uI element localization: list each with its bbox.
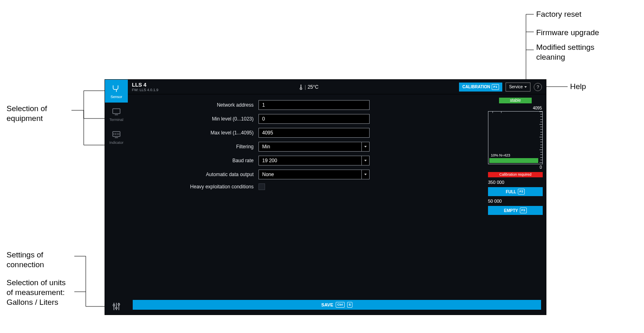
sidebar-item-label: Terminal — [109, 118, 123, 122]
sidebar-item-indicator[interactable]: Indicator — [105, 125, 128, 148]
label-max-level: Max level (1...4095) — [136, 130, 258, 136]
label-baud-rate: Baud rate — [136, 158, 258, 163]
annot-units: Selection of units of measurement: Gallo… — [7, 278, 72, 307]
chevron-down-icon — [364, 146, 367, 148]
input-min-level[interactable] — [258, 114, 370, 124]
checkbox-heavy-cond[interactable] — [258, 183, 265, 190]
help-icon: ? — [537, 85, 539, 89]
level-gauge: 10% N=423 — [488, 111, 543, 164]
label-heavy-cond: Heavy exploitation conditions — [136, 184, 258, 190]
gauge-min: 0 — [488, 165, 543, 170]
gauge-fill — [489, 158, 538, 163]
input-network-address[interactable] — [258, 100, 370, 110]
annot-firmware: Firmware upgrade — [536, 28, 599, 38]
svg-point-3 — [116, 307, 117, 309]
save-button[interactable]: SAVE CtrlS — [133, 300, 541, 310]
empty-button[interactable]: EMPTY F3 — [488, 206, 543, 215]
select-baud-rate[interactable] — [258, 156, 370, 165]
temperature-value: 25°C — [308, 84, 319, 90]
full-button[interactable]: FULL F2 — [488, 187, 543, 196]
label-auto-output: Automatic data output — [136, 172, 258, 177]
service-dropdown[interactable]: Service — [506, 83, 530, 92]
empty-value: 50 000 — [488, 199, 543, 203]
gauge-percent: 10% — [491, 153, 498, 157]
label-min-level: Min level (0...1023) — [136, 116, 258, 122]
full-value: 350 000 — [488, 180, 543, 185]
footer: SAVE CtrlS — [128, 296, 546, 315]
label-network-address: Network address — [136, 102, 258, 108]
sidebar-item-label: Sensor — [111, 95, 123, 99]
select-auto-output[interactable] — [258, 170, 370, 179]
svg-point-5 — [300, 87, 302, 89]
connector-service — [523, 12, 535, 86]
select-filtering[interactable] — [258, 142, 370, 152]
chevron-down-icon — [364, 160, 367, 161]
annot-factory-reset: Factory reset — [536, 9, 582, 19]
sensor-icon — [111, 84, 121, 94]
calibration-required-badge: Calibration required — [488, 172, 543, 177]
gauge-panel: stable 4095 10% N=423 0 Calibration req — [485, 94, 546, 296]
input-max-level[interactable] — [258, 128, 370, 138]
device-title: LLS 4 — [132, 82, 158, 88]
label-filtering: Filtering — [136, 144, 258, 150]
help-button[interactable]: ? — [534, 83, 542, 91]
header: LLS 4 FW: LLS 4.0.1.9 | 25°C CALIBRATION… — [128, 80, 546, 94]
sidebar-settings[interactable] — [105, 298, 128, 315]
sliders-icon — [111, 302, 121, 311]
annot-modified-clean: Modified settings cleaning — [536, 42, 614, 62]
form-area: Network address Min level (0...1023) Max… — [128, 94, 485, 296]
temperature-readout: | 25°C — [158, 84, 459, 90]
svg-rect-0 — [113, 109, 120, 114]
indicator-icon — [111, 130, 121, 139]
app-window: Sensor Terminal Indicator — [105, 80, 546, 315]
gauge-n-value: N=423 — [499, 153, 510, 157]
chevron-down-icon — [364, 174, 367, 175]
firmware-version: FW: LLS 4.0.1.9 — [132, 88, 158, 92]
svg-point-4 — [118, 304, 120, 305]
chevron-down-icon — [524, 86, 527, 88]
sidebar-item-label: Indicator — [109, 141, 124, 145]
status-badge: stable — [499, 98, 532, 103]
annot-help: Help — [570, 82, 586, 92]
sidebar-item-sensor[interactable]: Sensor — [105, 80, 128, 103]
annot-equipment: Selection of equipment — [7, 104, 72, 123]
sidebar: Sensor Terminal Indicator — [105, 80, 128, 315]
connector-help — [543, 85, 570, 89]
terminal-icon — [111, 107, 121, 116]
sidebar-item-terminal[interactable]: Terminal — [105, 103, 128, 125]
annot-connection: Settings of connection — [7, 250, 68, 270]
main-area: LLS 4 FW: LLS 4.0.1.9 | 25°C CALIBRATION… — [128, 80, 546, 315]
calibration-button[interactable]: CALIBRATION F1 — [459, 83, 502, 92]
gauge-max: 4095 — [488, 106, 543, 110]
svg-point-2 — [113, 304, 115, 306]
thermometer-icon — [299, 84, 303, 90]
